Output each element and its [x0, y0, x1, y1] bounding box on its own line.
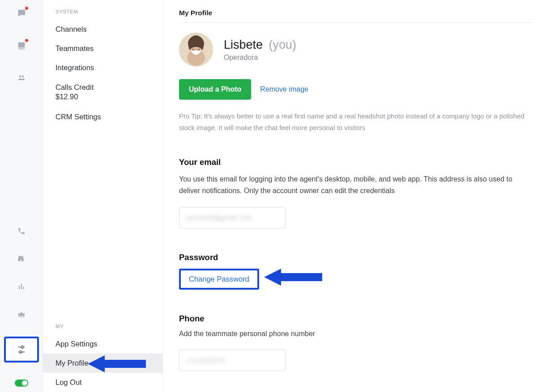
avatar [179, 33, 213, 67]
remove-image-link[interactable]: Remove image [260, 85, 308, 93]
change-password-link[interactable]: Change Password [189, 275, 249, 283]
email-heading: Your email [179, 157, 533, 167]
phone-icon[interactable] [16, 226, 27, 236]
profile-header: Lisbete (you) Operadora [179, 33, 533, 67]
calls-credit-label: Calls Credit [55, 83, 94, 91]
pro-tip-text: Pro Tip: It's always better to use a rea… [179, 110, 528, 133]
svg-marker-0 [88, 355, 146, 372]
sidebar-item-calls-credit[interactable]: Calls Credit $12.90 [43, 77, 162, 107]
settings-sliders-icon[interactable] [16, 344, 27, 355]
sidebar-item-integrations[interactable]: Integrations [43, 58, 162, 77]
page-title: My Profile [179, 9, 533, 23]
change-password-highlight: Change Password [179, 269, 259, 290]
phone-heading: Phone [179, 314, 533, 324]
sidebar-item-my-profile[interactable]: My Profile [43, 354, 162, 373]
profile-name: Lisbete (you) [224, 38, 296, 52]
upload-photo-button[interactable]: Upload a Photo [179, 79, 251, 100]
email-field[interactable]: joesmith@gmaiI.com [179, 207, 286, 228]
my-profile-label: My Profile [55, 359, 88, 367]
sidebar-section-my: MY [43, 321, 162, 334]
sidebar-item-app-settings[interactable]: App Settings [43, 334, 162, 354]
sidebar-section-system: SYSTEM [43, 6, 162, 20]
annotation-arrow-change-password [264, 267, 322, 287]
profile-name-text: Lisbete [224, 38, 263, 51]
analytics-icon[interactable] [16, 281, 27, 292]
sidebar-item-crm-settings[interactable]: CRM Settings [43, 107, 162, 126]
calls-credit-amount: $12.90 [55, 93, 78, 101]
annotation-arrow-my-profile [88, 354, 146, 374]
icon-rail [0, 0, 43, 392]
email-description: You use this email for logging into the … [179, 173, 524, 197]
settings-icon-highlight [4, 337, 39, 362]
password-heading: Password [179, 253, 533, 262]
sidebar-item-log-out[interactable]: Log Out [43, 373, 162, 392]
phone-value-obscured: 1112345678 [186, 357, 225, 364]
svg-marker-4 [264, 269, 322, 286]
main-content: My Profile Lisbete (you) Operadora Uploa… [163, 0, 546, 392]
profile-role: Operadora [224, 54, 296, 62]
crown-icon[interactable] [16, 309, 27, 320]
binoculars-icon[interactable] [16, 253, 27, 264]
sidebar-item-channels[interactable]: Channels [43, 20, 162, 39]
email-value-obscured: joesmith@gmaiI.com [186, 214, 252, 221]
chats-icon[interactable] [16, 8, 27, 19]
phone-description: Add the teammate personal phone number [179, 328, 524, 340]
availability-toggle[interactable] [15, 379, 28, 387]
settings-sidebar: SYSTEM Channels Teammates Integrations C… [43, 0, 163, 392]
profile-you-suffix: (you) [269, 38, 297, 51]
team-icon[interactable] [16, 72, 27, 83]
sidebar-item-teammates[interactable]: Teammates [43, 39, 162, 58]
phone-field[interactable]: 1112345678 [179, 350, 286, 371]
contact-card-icon[interactable] [16, 40, 27, 51]
